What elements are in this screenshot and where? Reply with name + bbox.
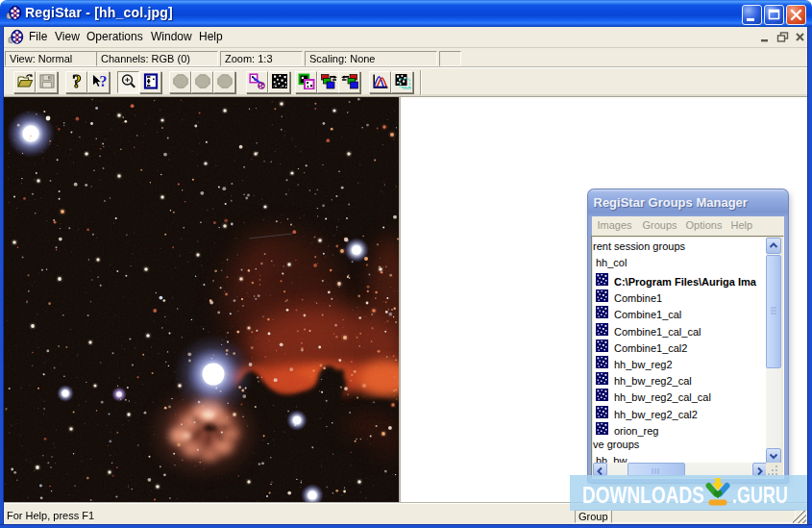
svg-text:RegiStar: RegiStar <box>402 87 411 89</box>
svg-text:.GURU: .GURU <box>732 483 788 508</box>
svg-text:?: ? <box>72 73 82 89</box>
svg-text:DOWNLOADS: DOWNLOADS <box>582 483 704 508</box>
